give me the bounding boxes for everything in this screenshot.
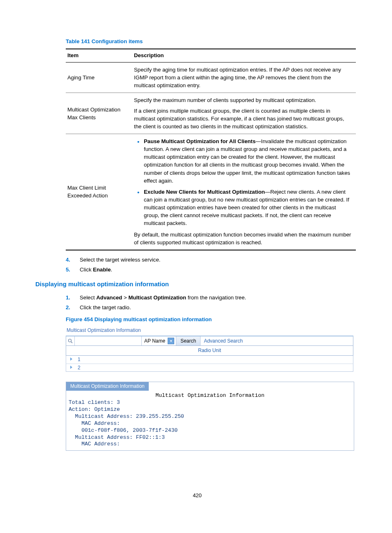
figure-caption: Figure 454 Displaying multicast optimiza… [66, 316, 359, 323]
step-5: 5.Click Enable. [77, 266, 359, 273]
desc-cell: Specify the maximum number of clients su… [132, 93, 356, 134]
steps-list-1: 4.Select the target wireless service. 5.… [66, 256, 359, 274]
bullet-title: Pause Multicast Optimization for All Cli… [144, 138, 256, 144]
radio-row-1[interactable]: 1 [66, 356, 353, 364]
advanced-search-link[interactable]: Advanced Search [201, 336, 246, 345]
svg-point-0 [69, 339, 71, 342]
search-button[interactable]: Search [176, 336, 201, 345]
step-2: 2.Click the target radio. [77, 304, 359, 311]
table-row: Max Client Limit Exceeded Action Pause M… [66, 134, 356, 250]
step-text: Select the target wireless service. [80, 257, 160, 263]
spacer [246, 336, 353, 345]
t: > [122, 294, 128, 301]
item-cell: Aging Time [66, 62, 132, 93]
ap-name-select[interactable]: AP Name ▾ [142, 336, 176, 345]
steps-list-2: 1.Select Advanced > Multicast Optimizati… [66, 294, 359, 312]
step-4: 4.Select the target wireless service. [77, 256, 359, 264]
desc-cell: Pause Multicast Optimization for All Cli… [132, 134, 356, 250]
radio-row-2[interactable]: 2 [66, 364, 353, 372]
chevron-down-icon: ▾ [168, 338, 174, 344]
expand-icon [70, 357, 72, 361]
step-1: 1.Select Advanced > Multicast Optimizati… [77, 294, 359, 301]
info-line: Multicast Address: 239.255.255.250 [69, 413, 184, 419]
t-bold: Advanced [96, 294, 122, 301]
info-line: MAC Address: [69, 441, 120, 447]
info-body: Multicast Optimization InformationTotal … [66, 391, 354, 450]
info-line: Action: Optimize [69, 406, 120, 412]
th-item: Item [66, 49, 132, 62]
radio-unit-header: Radio Unit [66, 346, 353, 356]
info-line: 001c-f08f-f806, 2003-7f1f-2430 [69, 427, 178, 433]
step-number: 4. [66, 256, 70, 264]
select-label: AP Name [144, 338, 165, 345]
radio-label: 1 [78, 357, 81, 362]
radio-label: 2 [78, 365, 81, 371]
ui-panel: Multicast Optimization Information AP Na… [66, 326, 353, 372]
section-heading: Displaying multicast optimization inform… [35, 280, 359, 288]
t: Select [80, 294, 96, 301]
para: If a client joins multiple multicast gro… [134, 107, 353, 130]
step-text-post: . [111, 266, 113, 273]
t-bold: Multicast Optimization [128, 294, 186, 301]
para: By default, the multicast optimization f… [134, 231, 353, 246]
info-line: Multicast Address: FF02::1:3 [69, 434, 165, 440]
info-line: Total clients: 3 [69, 399, 120, 406]
page-number: 420 [35, 492, 359, 499]
bullet: Pause Multicast Optimization for All Cli… [144, 137, 353, 185]
bullet-title: Exclude New Clients for Multicast Optimi… [144, 189, 265, 195]
step-text: Click the target radio. [80, 304, 131, 311]
svg-line-1 [71, 342, 72, 343]
desc-cell: Specify the aging time for multicast opt… [132, 62, 356, 93]
step-number: 2. [66, 304, 70, 311]
ui-title: Multicast Optimization Information [66, 326, 353, 336]
item-cell: Max Client Limit Exceeded Action [66, 134, 132, 250]
para: Specify the maximum number of clients su… [134, 96, 353, 104]
table-row: Aging Time Specify the aging time for mu… [66, 62, 356, 93]
table-row: Multicast Optimization Max Clients Speci… [66, 93, 356, 134]
info-tab[interactable]: Multicast Optimization Information [66, 382, 149, 391]
info-line: MAC Address: [69, 420, 120, 426]
bullet-text: —Invalidate the multicast optimization f… [144, 138, 350, 184]
search-row: AP Name ▾ Search Advanced Search [66, 336, 353, 346]
table-caption: Table 141 Configuration items [66, 38, 359, 45]
step-number: 1. [66, 294, 70, 301]
expand-icon [70, 366, 72, 369]
info-panel: Multicast Optimization Information Multi… [66, 382, 354, 451]
search-icon[interactable] [66, 336, 75, 345]
info-title: Multicast Optimization Information [69, 392, 351, 399]
t: from the navigation tree. [186, 294, 246, 301]
config-table: Item Description Aging Time Specify the … [66, 49, 356, 250]
step-number: 5. [66, 266, 70, 273]
step-text-bold: Enable [93, 266, 111, 273]
item-cell: Multicast Optimization Max Clients [66, 93, 132, 134]
bullet: Exclude New Clients for Multicast Optimi… [144, 188, 353, 227]
th-desc: Description [132, 49, 356, 62]
step-text-pre: Click [80, 266, 93, 273]
search-input[interactable] [75, 336, 142, 345]
